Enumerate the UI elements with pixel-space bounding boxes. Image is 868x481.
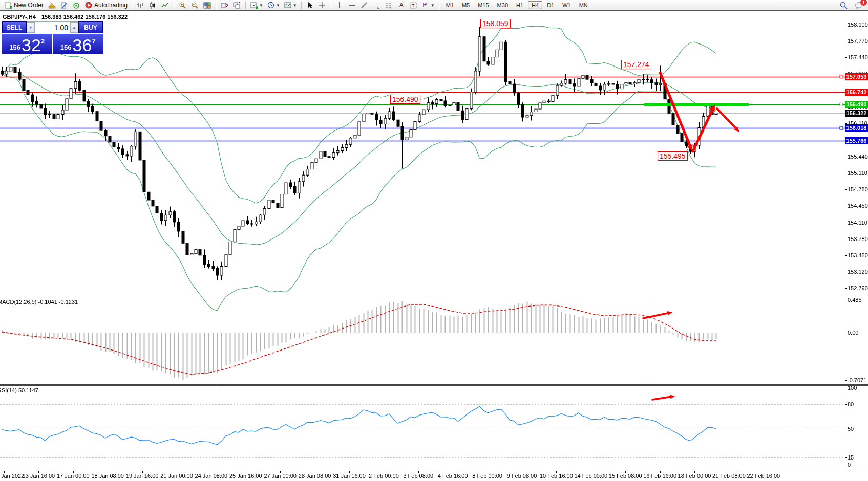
new-order-icon — [4, 2, 12, 9]
zoom-out-button[interactable] — [189, 0, 201, 11]
fibonacci-tool-button[interactable]: F — [383, 0, 395, 11]
timeframe-button-m30[interactable]: M30 — [494, 1, 512, 9]
chart-canvas[interactable] — [0, 0, 868, 481]
tile-windows-button[interactable] — [201, 0, 214, 11]
main-toolbar: New Order AutoTradin — [0, 0, 868, 11]
signals-icon — [72, 2, 80, 9]
price-annotation-156.490[interactable]: 156.490 — [390, 95, 420, 104]
notifications-button[interactable]: 1 — [853, 0, 865, 11]
expert-advisors-button[interactable] — [46, 0, 58, 11]
price-annotation-157.274[interactable]: 157.274 — [621, 60, 651, 69]
candlestick-chart-button[interactable] — [147, 0, 159, 11]
volume-increase-button[interactable]: ▲ — [70, 22, 78, 33]
search-button[interactable] — [837, 0, 850, 11]
trendline-icon — [361, 2, 369, 9]
line-chart-button[interactable] — [159, 0, 172, 11]
text-label-tool-button[interactable]: T — [408, 0, 420, 11]
equidistant-channel-button[interactable]: E — [371, 0, 383, 11]
volume-decrease-button[interactable]: ▼ — [27, 22, 35, 33]
horizontal-line-tool-button[interactable] — [346, 0, 358, 11]
price-axis-tick: 157.770 — [848, 38, 868, 44]
time-axis-label: 4 Feb 16:00 — [438, 473, 468, 479]
zoom-out-icon — [191, 2, 199, 9]
toolbar-separator — [301, 2, 302, 9]
timeframe-toolbar: M1M5M15M30H1H4D1W1MN — [442, 0, 592, 10]
chevron-down-icon: ▼ — [293, 3, 297, 8]
time-axis-label: 13 Jan 16:00 — [23, 473, 55, 479]
ohlc-values: 156.383 156.462 156.176 156.322 — [41, 14, 128, 20]
signals-button[interactable] — [70, 0, 82, 11]
price-badge-156.322: 156.322 — [845, 110, 868, 117]
time-axis-label: 10 Feb 16:00 — [540, 473, 573, 479]
vertical-line-tool-button[interactable] — [334, 0, 346, 11]
timeframe-button-m15[interactable]: M15 — [474, 1, 492, 9]
text-tool-button[interactable]: A — [395, 0, 408, 11]
cascade-windows-button[interactable] — [231, 0, 243, 11]
candlestick-chart-icon — [149, 2, 157, 9]
sell-price-panel[interactable]: 156 32 2 — [2, 34, 52, 54]
search-icon — [839, 2, 848, 9]
buy-price-sup: 7 — [92, 37, 95, 45]
cursor-button[interactable] — [304, 0, 316, 11]
vertical-line-icon — [336, 2, 344, 9]
price-annotation-155.495[interactable]: 155.495 — [658, 151, 688, 161]
equidistant-channel-icon: E — [373, 2, 381, 9]
buy-price-big: 36 — [73, 37, 92, 53]
timeframe-button-d1[interactable]: D1 — [543, 1, 558, 9]
toolbar-separator — [439, 2, 440, 9]
arrange-windows-icon — [221, 2, 229, 9]
price-badge-156.018: 156.018 — [845, 124, 868, 132]
timeframe-button-m1[interactable]: M1 — [442, 1, 457, 9]
sell-button[interactable]: SELL — [2, 21, 27, 33]
timeframe-button-m5[interactable]: M5 — [458, 1, 473, 9]
new-order-button[interactable]: New Order — [2, 0, 46, 11]
mt4-window: New Order AutoTradin — [0, 0, 868, 481]
volume-input[interactable] — [35, 22, 70, 33]
zoom-in-button[interactable] — [177, 0, 189, 11]
volume-box: ▼ ▲ — [27, 21, 78, 33]
time-axis-label: 25 Jan 16:00 — [229, 473, 262, 479]
bar-chart-button[interactable] — [135, 0, 147, 11]
sell-price-big: 32 — [22, 37, 41, 53]
arrow-tools-icon — [422, 2, 430, 9]
svg-text:E: E — [377, 6, 379, 9]
time-axis-label: 16 Feb 16:00 — [643, 473, 676, 479]
expert-advisors-icon — [48, 2, 56, 9]
timeframe-button-w1[interactable]: W1 — [559, 1, 575, 9]
timeframe-button-h4[interactable]: H4 — [528, 1, 542, 9]
price-badge-156.742: 156.742 — [845, 89, 868, 96]
sell-price-prefix: 156 — [9, 43, 20, 51]
time-axis-label: 17 Jan 00:00 — [57, 473, 90, 479]
tile-windows-icon — [203, 2, 211, 9]
rsi-indicator-label: RSI(14) 50.1147 — [0, 387, 38, 393]
crosshair-button[interactable] — [316, 0, 329, 11]
new-chart-button[interactable]: ▼ — [248, 0, 265, 11]
timeframe-button-h1[interactable]: H1 — [513, 1, 527, 9]
chart-template-button[interactable]: ▼ — [282, 0, 299, 11]
clock-icon — [267, 2, 276, 9]
metaeditor-button[interactable] — [58, 0, 70, 11]
time-axis-label: 15 Feb 08:00 — [609, 473, 642, 479]
buy-button[interactable]: BUY — [78, 21, 103, 33]
rsi-axis-tick: 50 — [848, 426, 854, 432]
svg-text:F: F — [390, 6, 392, 9]
cursor-icon — [306, 2, 314, 9]
toolbar-separator — [216, 2, 217, 9]
time-axis-label: 3 Feb 08:00 — [403, 473, 433, 479]
time-axis-label: 28 Jan 08:00 — [299, 473, 331, 479]
price-annotation-158.059[interactable]: 158.059 — [480, 19, 511, 28]
chevron-down-icon: ▼ — [431, 3, 435, 8]
macd-axis-tick: 0.485 — [848, 297, 862, 303]
price-axis-tick: 153.450 — [848, 252, 868, 258]
macd-indicator-label: MACD(12,26,9) -0.1041 -0.1231 — [0, 299, 78, 305]
autotrading-button[interactable]: AutoTrading — [82, 0, 130, 11]
time-axis-label: 8 Feb 00:00 — [472, 473, 502, 479]
arrow-tools-button[interactable]: ▼ — [420, 0, 437, 11]
arrange-windows-button[interactable] — [219, 0, 231, 11]
buy-price-panel[interactable]: 156 36 7 — [53, 34, 103, 54]
timeframe-button-mn[interactable]: MN — [576, 1, 591, 9]
rsi-axis-tick: 0 — [848, 462, 851, 468]
period-selector-button[interactable]: ▼ — [265, 0, 282, 11]
time-axis-label: 9 Feb 08:00 — [507, 473, 537, 479]
trendline-tool-button[interactable] — [358, 0, 371, 11]
